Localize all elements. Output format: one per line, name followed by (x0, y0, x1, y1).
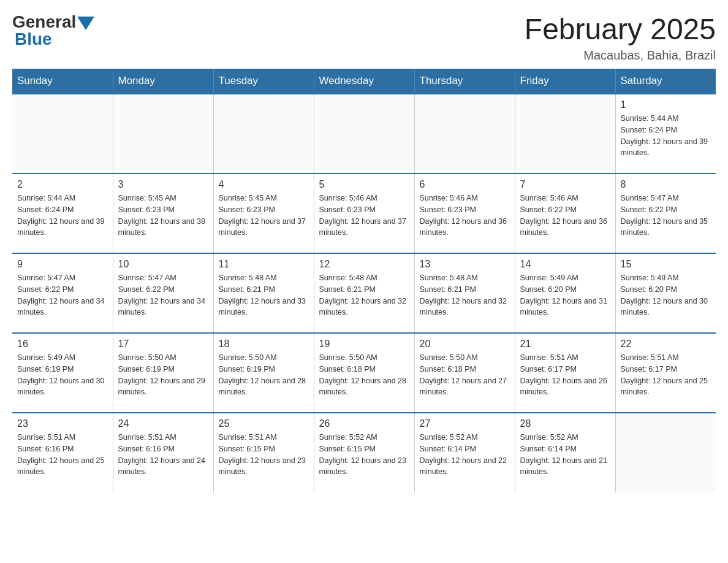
location: Macaubas, Bahia, Brazil (525, 48, 716, 63)
day-info: Sunrise: 5:46 AM Sunset: 6:23 PM Dayligh… (319, 193, 409, 239)
day-cell: 16Sunrise: 5:49 AM Sunset: 6:19 PM Dayli… (12, 333, 113, 413)
day-number: 21 (520, 339, 610, 350)
day-number: 11 (219, 259, 309, 270)
day-info: Sunrise: 5:49 AM Sunset: 6:20 PM Dayligh… (621, 272, 711, 318)
weekday-header-friday: Friday (515, 69, 615, 94)
day-number: 5 (319, 179, 409, 190)
day-number: 13 (420, 259, 510, 270)
day-info: Sunrise: 5:49 AM Sunset: 6:20 PM Dayligh… (520, 272, 610, 318)
day-cell: 9Sunrise: 5:47 AM Sunset: 6:22 PM Daylig… (12, 253, 113, 333)
weekday-header-thursday: Thursday (414, 69, 515, 94)
day-number: 23 (17, 418, 108, 429)
day-info: Sunrise: 5:52 AM Sunset: 6:14 PM Dayligh… (520, 432, 610, 478)
title-section: February 2025 Macaubas, Bahia, Brazil (525, 12, 716, 63)
day-number: 14 (520, 259, 610, 270)
week-row-3: 9Sunrise: 5:47 AM Sunset: 6:22 PM Daylig… (12, 253, 716, 333)
day-info: Sunrise: 5:44 AM Sunset: 6:24 PM Dayligh… (17, 193, 108, 239)
day-info: Sunrise: 5:48 AM Sunset: 6:21 PM Dayligh… (319, 272, 409, 318)
day-cell: 5Sunrise: 5:46 AM Sunset: 6:23 PM Daylig… (314, 174, 414, 253)
day-cell: 19Sunrise: 5:50 AM Sunset: 6:18 PM Dayli… (314, 333, 414, 413)
day-number: 6 (420, 179, 510, 190)
day-number: 26 (319, 418, 409, 429)
month-title: February 2025 (525, 12, 716, 46)
day-cell: 12Sunrise: 5:48 AM Sunset: 6:21 PM Dayli… (314, 253, 414, 333)
day-number: 25 (219, 418, 309, 429)
day-cell: 14Sunrise: 5:49 AM Sunset: 6:20 PM Dayli… (515, 253, 615, 333)
day-info: Sunrise: 5:52 AM Sunset: 6:14 PM Dayligh… (420, 432, 510, 478)
day-cell: 24Sunrise: 5:51 AM Sunset: 6:16 PM Dayli… (113, 413, 213, 492)
day-number: 1 (621, 99, 711, 110)
day-cell: 1Sunrise: 5:44 AM Sunset: 6:24 PM Daylig… (615, 94, 716, 174)
day-number: 19 (319, 339, 409, 350)
day-number: 28 (520, 418, 610, 429)
day-number: 12 (319, 259, 409, 270)
day-cell: 27Sunrise: 5:52 AM Sunset: 6:14 PM Dayli… (414, 413, 515, 492)
day-info: Sunrise: 5:51 AM Sunset: 6:17 PM Dayligh… (520, 352, 610, 398)
day-cell: 6Sunrise: 5:46 AM Sunset: 6:23 PM Daylig… (414, 174, 515, 253)
day-number: 3 (118, 179, 208, 190)
day-info: Sunrise: 5:48 AM Sunset: 6:21 PM Dayligh… (420, 272, 510, 318)
day-cell: 21Sunrise: 5:51 AM Sunset: 6:17 PM Dayli… (515, 333, 615, 413)
week-row-2: 2Sunrise: 5:44 AM Sunset: 6:24 PM Daylig… (12, 174, 716, 253)
day-info: Sunrise: 5:49 AM Sunset: 6:19 PM Dayligh… (17, 352, 108, 398)
day-cell: 20Sunrise: 5:50 AM Sunset: 6:18 PM Dayli… (414, 333, 515, 413)
week-row-4: 16Sunrise: 5:49 AM Sunset: 6:19 PM Dayli… (12, 333, 716, 413)
day-info: Sunrise: 5:52 AM Sunset: 6:15 PM Dayligh… (319, 432, 409, 478)
day-cell: 2Sunrise: 5:44 AM Sunset: 6:24 PM Daylig… (12, 174, 113, 253)
day-cell: 22Sunrise: 5:51 AM Sunset: 6:17 PM Dayli… (615, 333, 716, 413)
day-cell: 23Sunrise: 5:51 AM Sunset: 6:16 PM Dayli… (12, 413, 113, 492)
day-info: Sunrise: 5:46 AM Sunset: 6:23 PM Dayligh… (420, 193, 510, 239)
day-cell: 25Sunrise: 5:51 AM Sunset: 6:15 PM Dayli… (213, 413, 314, 492)
day-number: 22 (621, 339, 711, 350)
day-cell: 7Sunrise: 5:46 AM Sunset: 6:22 PM Daylig… (515, 174, 615, 253)
day-cell: 28Sunrise: 5:52 AM Sunset: 6:14 PM Dayli… (515, 413, 615, 492)
day-number: 18 (219, 339, 309, 350)
day-info: Sunrise: 5:50 AM Sunset: 6:19 PM Dayligh… (219, 352, 309, 398)
day-cell: 26Sunrise: 5:52 AM Sunset: 6:15 PM Dayli… (314, 413, 414, 492)
day-info: Sunrise: 5:47 AM Sunset: 6:22 PM Dayligh… (17, 272, 108, 318)
day-number: 10 (118, 259, 208, 270)
day-cell: 17Sunrise: 5:50 AM Sunset: 6:19 PM Dayli… (113, 333, 213, 413)
day-cell: 3Sunrise: 5:45 AM Sunset: 6:23 PM Daylig… (113, 174, 213, 253)
page-header: General Blue February 2025 Macaubas, Bah… (12, 12, 716, 63)
day-cell (314, 94, 414, 174)
day-info: Sunrise: 5:51 AM Sunset: 6:16 PM Dayligh… (118, 432, 208, 478)
day-cell (615, 413, 716, 492)
logo-triangle-icon (77, 17, 94, 30)
week-row-1: 1Sunrise: 5:44 AM Sunset: 6:24 PM Daylig… (12, 94, 716, 174)
day-number: 7 (520, 179, 610, 190)
day-number: 9 (17, 259, 108, 270)
day-cell: 10Sunrise: 5:47 AM Sunset: 6:22 PM Dayli… (113, 253, 213, 333)
weekday-header-sunday: Sunday (12, 69, 113, 94)
day-info: Sunrise: 5:51 AM Sunset: 6:16 PM Dayligh… (17, 432, 108, 478)
day-number: 17 (118, 339, 208, 350)
calendar-body: 1Sunrise: 5:44 AM Sunset: 6:24 PM Daylig… (12, 94, 716, 492)
day-info: Sunrise: 5:50 AM Sunset: 6:18 PM Dayligh… (420, 352, 510, 398)
day-number: 4 (219, 179, 309, 190)
day-cell: 11Sunrise: 5:48 AM Sunset: 6:21 PM Dayli… (213, 253, 314, 333)
day-cell: 4Sunrise: 5:45 AM Sunset: 6:23 PM Daylig… (213, 174, 314, 253)
weekday-header-monday: Monday (113, 69, 213, 94)
day-number: 15 (621, 259, 711, 270)
calendar-table: SundayMondayTuesdayWednesdayThursdayFrid… (12, 69, 716, 492)
day-number: 8 (621, 179, 711, 190)
day-info: Sunrise: 5:44 AM Sunset: 6:24 PM Dayligh… (621, 113, 711, 159)
day-cell (113, 94, 213, 174)
day-cell (12, 94, 113, 174)
day-cell: 8Sunrise: 5:47 AM Sunset: 6:22 PM Daylig… (615, 174, 716, 253)
day-number: 16 (17, 339, 108, 350)
week-row-5: 23Sunrise: 5:51 AM Sunset: 6:16 PM Dayli… (12, 413, 716, 492)
day-info: Sunrise: 5:51 AM Sunset: 6:15 PM Dayligh… (219, 432, 309, 478)
weekday-header-wednesday: Wednesday (314, 69, 414, 94)
day-info: Sunrise: 5:50 AM Sunset: 6:18 PM Dayligh… (319, 352, 409, 398)
logo: General Blue (12, 12, 94, 49)
calendar-header: SundayMondayTuesdayWednesdayThursdayFrid… (12, 69, 716, 94)
weekday-row: SundayMondayTuesdayWednesdayThursdayFrid… (12, 69, 716, 94)
day-info: Sunrise: 5:45 AM Sunset: 6:23 PM Dayligh… (118, 193, 208, 239)
day-cell (515, 94, 615, 174)
day-cell: 15Sunrise: 5:49 AM Sunset: 6:20 PM Dayli… (615, 253, 716, 333)
day-cell: 13Sunrise: 5:48 AM Sunset: 6:21 PM Dayli… (414, 253, 515, 333)
day-cell (213, 94, 314, 174)
weekday-header-tuesday: Tuesday (213, 69, 314, 94)
day-info: Sunrise: 5:48 AM Sunset: 6:21 PM Dayligh… (219, 272, 309, 318)
